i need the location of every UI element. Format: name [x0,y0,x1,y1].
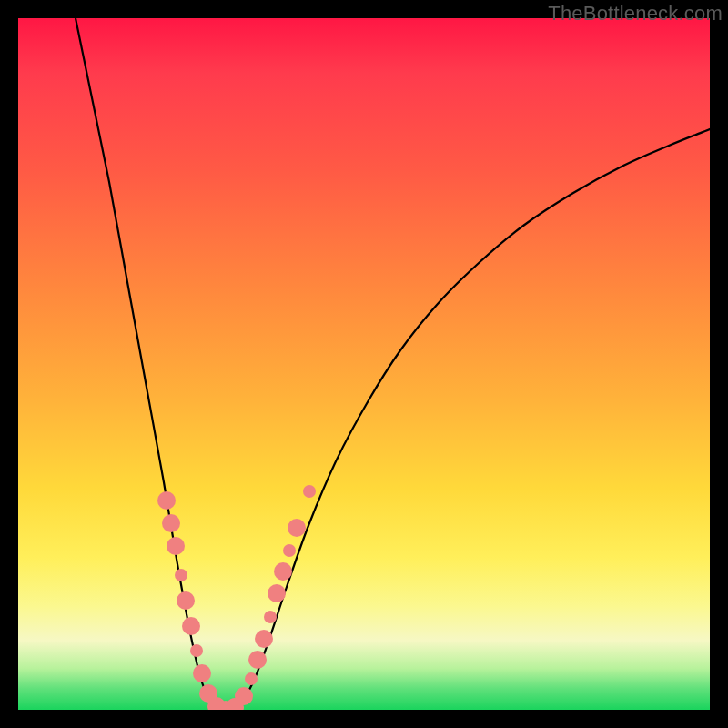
curve-marker [245,672,258,685]
marker-layer [157,485,316,710]
curve-marker [274,562,292,581]
plot-area [18,18,710,710]
bottleneck-curve [76,18,710,710]
curve-marker [264,611,277,623]
curve-marker [167,537,185,555]
curve-marker [157,491,176,510]
curve-marker [283,544,296,557]
curve-marker [175,569,187,581]
curve-marker [255,630,273,648]
watermark-text: TheBottleneck.com [548,2,723,25]
curve-marker [303,485,316,498]
curve-marker [182,617,200,635]
chart-frame: TheBottleneck.com [0,0,728,728]
curve-marker [190,644,203,657]
curve-marker [177,592,195,610]
curve-marker [268,584,286,602]
curve-marker [248,651,267,669]
curve-marker [288,519,306,537]
curve-marker [193,664,211,682]
curve-marker [235,687,253,705]
curve-svg [18,18,710,710]
curve-marker [162,514,180,532]
